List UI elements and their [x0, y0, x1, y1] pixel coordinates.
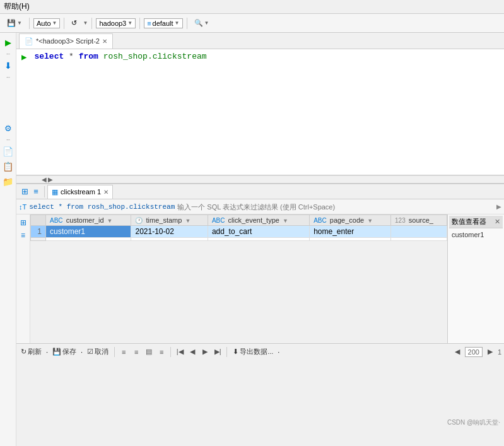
status-bar: ◀ 200 ▶ 1	[452, 347, 501, 357]
col-name-time-stamp: time_stamp	[146, 216, 182, 224]
bottom-toolbar: ↻ 刷新 · 💾 保存 · ☑ 取消 ≡ ≡	[16, 343, 504, 360]
value-viewer-title: 数值查看器	[452, 217, 486, 226]
nav-script-2-button[interactable]: ≡	[131, 347, 141, 357]
value-viewer-content: customer1	[449, 228, 503, 241]
scroll-right-icon[interactable]: ▶	[48, 176, 53, 183]
connection-dropdown[interactable]: hadoop3 ▼	[96, 18, 136, 28]
bottom-dot-2: ·	[81, 348, 83, 356]
toolbar-sep-2	[64, 18, 64, 29]
results-table-area[interactable]: ABC customer_id ▼ 🕐 time_stamp ▼	[30, 214, 447, 343]
results-grid-icon[interactable]: ⊞	[19, 186, 30, 197]
sidebar-folder-icon[interactable]: 📁	[1, 175, 15, 189]
undo-arrow[interactable]: ▼	[83, 20, 88, 26]
sidebar-dots-1: ···	[6, 50, 9, 57]
bottom-dot-1: ·	[46, 348, 48, 356]
sql-star: *	[69, 52, 79, 61]
status-nav-2[interactable]: ▶	[485, 347, 495, 357]
results-sidebar-icon-2[interactable]: ≡	[18, 230, 29, 241]
col-sort-4[interactable]: ▼	[367, 218, 373, 224]
left-sidebar: ▶ ··· ⬇ ··· ⚙ ··· 📄 📋 📁	[0, 33, 16, 446]
col-type-123: 123	[395, 217, 406, 224]
col-type-abc-3: ABC	[314, 217, 327, 224]
search-button[interactable]: 🔍 ▼	[191, 17, 213, 29]
results-table: ABC customer_id ▼ 🕐 time_stamp ▼	[30, 214, 447, 241]
cell-source	[391, 226, 447, 238]
schema-icon: ≡	[147, 20, 151, 27]
results-left-panel: ⊞ ≡	[16, 214, 30, 343]
save-button[interactable]: 💾 ▼	[4, 17, 25, 29]
th-time-stamp[interactable]: 🕐 time_stamp ▼	[131, 215, 208, 226]
col-type-time: 🕐	[135, 217, 143, 224]
tab-bar: 📄 *<hadoop3> Script-2 ✕	[16, 33, 504, 49]
toolbar-sep-3	[91, 18, 92, 29]
sidebar-down-icon[interactable]: ⬇	[1, 59, 15, 73]
col-sort-2[interactable]: ▼	[185, 218, 190, 224]
main-container: ▶ ··· ⬇ ··· ⚙ ··· 📄 📋 📁 📄 *<hadoop3> Scr…	[0, 33, 504, 446]
cell-click-event: add_to_cart	[208, 226, 309, 238]
nav-last-button[interactable]: ▶|	[213, 347, 223, 357]
col-sort-1[interactable]: ▼	[107, 218, 113, 224]
schema-dropdown[interactable]: ≡ default ▼	[144, 18, 182, 28]
col-name-customer-id: customer_id	[66, 216, 104, 224]
nav-next-button[interactable]: ▶	[200, 347, 210, 357]
sql-filter-bar: ↕T select * from rosh_shop.clickstream ▶	[16, 199, 504, 214]
sidebar-page-icon[interactable]: 📄	[1, 144, 15, 158]
nav-first-button[interactable]: |◀	[175, 347, 185, 357]
col-name-source: source_	[409, 216, 433, 224]
nav-script-4-button[interactable]: ≡	[156, 347, 167, 357]
th-source[interactable]: 123 source_	[391, 215, 447, 226]
result-tab-label: clickstream 1	[61, 188, 101, 196]
results-sidebar-icon-1[interactable]: ⊞	[18, 217, 29, 228]
toolbar-sep-5	[187, 18, 187, 29]
script-tab[interactable]: 📄 *<hadoop3> Script-2 ✕	[19, 33, 113, 49]
scroll-left-icon[interactable]: ◀	[42, 176, 47, 183]
value-viewer-close-button[interactable]: ✕	[495, 218, 500, 226]
sidebar-gear-icon[interactable]: ⚙	[1, 121, 15, 135]
undo-button[interactable]: ↺	[68, 17, 80, 29]
tab-icon: 📄	[25, 37, 33, 45]
th-page-code[interactable]: ABC page_code ▼	[310, 215, 391, 226]
status-nav-1[interactable]: ◀	[452, 347, 462, 357]
sidebar-list-icon[interactable]: 📋	[1, 160, 15, 173]
filter-right-arrow[interactable]: ▶	[496, 203, 501, 210]
editor-scrollbar[interactable]: ◀ ▶	[16, 175, 504, 183]
table-row[interactable]: 1 customer1 2021-10-02 add_to_cart home_…	[31, 226, 447, 238]
save-data-label: 保存	[62, 347, 76, 356]
results-tab-bar: ⊞ ≡ ▦ clickstream 1 ✕	[16, 184, 504, 199]
bottom-sep-3	[226, 347, 227, 357]
tab-label: *<hadoop3> Script-2	[36, 37, 100, 45]
filter-arrow-icon: ↕T	[19, 203, 26, 211]
export-button[interactable]: ⬇ 导出数据...	[231, 346, 275, 357]
nav-prev-button[interactable]: ◀	[187, 347, 197, 357]
cancel-button[interactable]: ☑ 取消	[85, 346, 110, 357]
col-sort-3[interactable]: ▼	[283, 218, 288, 224]
nav-script-1-button[interactable]: ≡	[119, 347, 129, 357]
refresh-button[interactable]: ↻ 刷新	[19, 346, 44, 357]
nav-script-3-button[interactable]: ▤	[144, 347, 154, 357]
results-list-icon[interactable]: ≡	[30, 186, 42, 197]
row-count: 1	[498, 348, 501, 356]
tab-close-button[interactable]: ✕	[102, 38, 107, 45]
th-row-num	[31, 215, 46, 226]
result-tab-1[interactable]: ▦ clickstream 1 ✕	[47, 185, 113, 199]
sidebar-dots-2: ···	[6, 74, 9, 81]
cell-empty-4	[310, 238, 391, 241]
th-click-event[interactable]: ABC click_event_type ▼	[208, 215, 309, 226]
refresh-label: 刷新	[28, 347, 42, 356]
result-tab-close[interactable]: ✕	[103, 189, 108, 196]
help-menu[interactable]: 帮助(H)	[4, 2, 30, 11]
editor-area[interactable]: ▶ select * from rosh_shop.clickstream	[16, 49, 504, 175]
toolbar-sep-4	[139, 18, 140, 29]
auto-dropdown[interactable]: Auto ▼	[33, 18, 61, 28]
sql-keyword-select: select	[34, 52, 64, 61]
cell-empty-2	[131, 238, 208, 241]
toolbar-sep-1	[29, 18, 30, 29]
connection-label: hadoop3	[99, 20, 126, 27]
save-data-button[interactable]: 💾 保存	[50, 346, 78, 357]
menu-bar: 帮助(H)	[0, 0, 504, 14]
sidebar-run-icon[interactable]: ▶	[1, 35, 15, 49]
sql-filter-input[interactable]	[177, 203, 494, 211]
th-customer-id[interactable]: ABC customer_id ▼	[46, 215, 131, 226]
results-panel: ⊞ ≡ ▦ clickstream 1 ✕ ↕T select * from r…	[16, 183, 504, 360]
run-line-button[interactable]: ▶	[21, 52, 26, 62]
